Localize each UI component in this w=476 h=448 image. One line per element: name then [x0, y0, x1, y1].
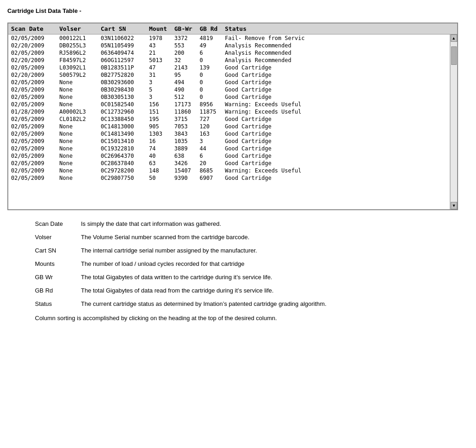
- desc-definition: The total Gigabytes of data written to t…: [81, 274, 403, 281]
- table-row: 02/05/2009 RJ5896L2 0636409474 21 200 6 …: [8, 49, 450, 57]
- description-row: Cart SN The internal cartridge serial nu…: [35, 247, 469, 254]
- description-row: Status The current cartridge status as d…: [35, 300, 469, 307]
- table-row: 02/05/2009 None 0B30298430 5 490 0 Good …: [8, 86, 450, 93]
- table-row: 02/05/2009 None 0C19322810 74 3889 44 Go…: [8, 145, 450, 152]
- table-row: 02/20/2009 DB0255L3 05N1105499 43 553 49…: [8, 42, 450, 49]
- col-header-gbwr[interactable]: GB-Wr: [174, 25, 200, 32]
- desc-definition: The number of load / unload cycles recor…: [81, 260, 403, 267]
- scroll-up-button[interactable]: ▲: [451, 34, 457, 42]
- table-row: 02/05/2009 None 0C14813000 905 7053 120 …: [8, 123, 450, 130]
- col-header-volser[interactable]: Volser: [59, 25, 101, 32]
- footer-note: Column sorting is accomplished by clicki…: [35, 315, 469, 322]
- table-row: 02/05/2009 None 0C15013410 16 1035 3 Goo…: [8, 138, 450, 145]
- desc-term: Volser: [35, 234, 81, 241]
- table-header[interactable]: Scan Date Volser Cart SN Mount GB-Wr GB …: [8, 23, 457, 34]
- col-header-cartsn[interactable]: Cart SN: [101, 25, 149, 32]
- desc-term: GB Wr: [35, 274, 81, 281]
- col-header-mount[interactable]: Mount: [149, 25, 174, 32]
- scrollbar[interactable]: ▲ ▼: [450, 34, 457, 209]
- table-row: 02/05/2009 L03092L1 0B1283511P 47 2143 1…: [8, 64, 450, 71]
- description-section: Scan Date Is simply the date that cart i…: [35, 220, 469, 307]
- table-row: 02/05/2009 None 0C01582540 156 17173 895…: [8, 101, 450, 108]
- description-row: Volser The Volume Serial number scanned …: [35, 234, 469, 241]
- desc-term: Cart SN: [35, 247, 81, 254]
- table-row: 02/05/2009 CL0182L2 0C13388450 195 3715 …: [8, 115, 450, 123]
- desc-definition: The internal cartridge serial number ass…: [81, 247, 403, 254]
- desc-definition: The Volume Serial number scanned from th…: [81, 234, 403, 241]
- scrollbar-thumb[interactable]: [451, 46, 457, 65]
- desc-term: Mounts: [35, 260, 81, 267]
- desc-term: GB Rd: [35, 287, 81, 294]
- col-header-status[interactable]: Status: [225, 25, 454, 32]
- desc-definition: The current cartridge status as determin…: [81, 300, 403, 307]
- desc-definition: The total Gigabytes of data read from th…: [81, 287, 403, 294]
- desc-term: Scan Date: [35, 220, 81, 227]
- col-header-gbrd[interactable]: GB Rd: [200, 25, 225, 32]
- table-row: 02/05/2009 None 0C26964370 40 638 6 Good…: [8, 152, 450, 160]
- table-row: 02/20/2009 S00579L2 0B27752820 31 95 0 G…: [8, 71, 450, 79]
- table-body: 02/05/2009 000122L1 03N1106022 1978 3372…: [8, 34, 450, 209]
- scrollbar-track[interactable]: [451, 42, 457, 209]
- table-row: 02/20/2009 F84597L2 06OG112597 5013 32 0…: [8, 57, 450, 64]
- table-row: 02/05/2009 None 0B30293600 3 494 0 Good …: [8, 79, 450, 86]
- desc-definition: Is simply the date that cart information…: [81, 220, 403, 227]
- table-row: 02/05/2009 None 0B30305130 3 512 0 Good …: [8, 93, 450, 101]
- table-row: 02/05/2009 None 0C29807750 50 9390 6907 …: [8, 174, 450, 182]
- description-row: Scan Date Is simply the date that cart i…: [35, 220, 469, 227]
- table-row: 02/05/2009 None 0C28637840 63 3426 20 Go…: [8, 160, 450, 167]
- description-row: GB Rd The total Gigabytes of data read f…: [35, 287, 469, 294]
- description-row: Mounts The number of load / unload cycle…: [35, 260, 469, 267]
- table-row: 02/05/2009 000122L1 03N1106022 1978 3372…: [8, 34, 450, 42]
- description-row: GB Wr The total Gigabytes of data writte…: [35, 274, 469, 281]
- page-title: Cartridge List Data Table -: [7, 7, 469, 14]
- desc-term: Status: [35, 300, 81, 307]
- table-row: 02/05/2009 None 0C29728200 148 15407 868…: [8, 167, 450, 174]
- table-row: 02/05/2009 None 0C14813490 1303 3843 163…: [8, 130, 450, 138]
- data-table: Scan Date Volser Cart SN Mount GB-Wr GB …: [7, 23, 458, 210]
- col-header-scandate[interactable]: Scan Date: [11, 25, 59, 32]
- table-row: 01/28/2009 A00002L3 0C12732960 151 11860…: [8, 108, 450, 115]
- scroll-down-button[interactable]: ▼: [451, 202, 457, 209]
